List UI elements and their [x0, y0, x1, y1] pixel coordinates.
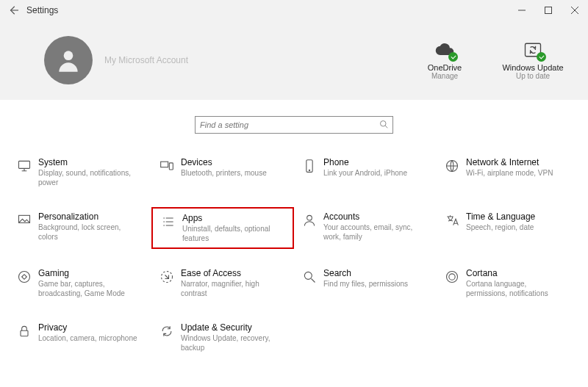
phone-icon: [300, 157, 319, 188]
tile-cortana[interactable]: CortanaCortana language, permissions, no…: [437, 264, 579, 303]
tile-gaming[interactable]: GamingGame bar, captures, broadcasting, …: [9, 264, 151, 303]
svg-point-8: [309, 170, 309, 170]
account-name: My Microsoft Account: [104, 55, 188, 65]
devices-icon: [157, 157, 176, 188]
language-icon: [442, 211, 462, 245]
tile-devices[interactable]: DevicesBluetooth, printers, mouse: [151, 153, 294, 192]
svg-rect-4: [19, 161, 30, 168]
titlebar: Settings: [0, 0, 588, 21]
search-box[interactable]: [195, 116, 393, 134]
check-badge-icon: [537, 52, 546, 62]
person-icon: [300, 211, 319, 245]
windows-update-status[interactable]: Windows Update Up to date: [492, 41, 573, 80]
back-button[interactable]: [0, 0, 26, 21]
svg-point-12: [19, 272, 30, 283]
display-icon: [15, 157, 34, 188]
svg-point-15: [447, 272, 458, 283]
search-icon: [379, 120, 388, 130]
onedrive-status[interactable]: OneDrive Manage: [404, 41, 485, 80]
ease-icon: [157, 268, 176, 299]
window-title: Settings: [26, 5, 58, 15]
tile-phone[interactable]: PhoneLink your Android, iPhone: [294, 153, 437, 192]
account-header: My Microsoft Account OneDrive Manage Win…: [0, 21, 588, 100]
search-tile-icon: [300, 268, 319, 299]
svg-point-11: [307, 215, 312, 220]
update-icon: [157, 322, 176, 353]
svg-point-3: [381, 121, 387, 127]
globe-icon: [442, 157, 462, 188]
update-sub: Up to date: [492, 72, 573, 80]
check-badge-icon: [448, 52, 458, 62]
onedrive-title: OneDrive: [404, 63, 485, 72]
onedrive-sub: Manage: [404, 72, 485, 80]
tile-network[interactable]: Network & InternetWi-Fi, airplane mode, …: [437, 153, 579, 192]
gaming-icon: [15, 268, 34, 299]
settings-grid: SystemDisplay, sound, notifications, pow…: [0, 147, 588, 358]
tile-time-language[interactable]: Time & LanguageSpeech, region, date: [437, 207, 579, 249]
tile-ease-of-access[interactable]: Ease of AccessNarrator, magnifier, high …: [151, 264, 294, 303]
tile-personalization[interactable]: PersonalizationBackground, lock screen, …: [9, 207, 151, 249]
svg-point-14: [304, 272, 312, 279]
svg-rect-0: [545, 7, 552, 14]
apps-icon: [159, 213, 178, 243]
tile-update-security[interactable]: Update & SecurityWindows Update, recover…: [151, 318, 294, 358]
search-container: [0, 116, 588, 134]
tile-accounts[interactable]: AccountsYour accounts, email, sync, work…: [294, 207, 437, 249]
cortana-icon: [442, 268, 462, 299]
paint-icon: [15, 211, 34, 245]
svg-rect-5: [161, 162, 168, 167]
svg-point-1: [64, 51, 74, 60]
update-title: Windows Update: [492, 63, 573, 72]
search-input[interactable]: [200, 120, 379, 129]
tile-search[interactable]: SearchFind my files, permissions: [294, 264, 437, 303]
svg-point-16: [449, 274, 455, 280]
close-button[interactable]: [562, 0, 588, 21]
avatar[interactable]: [44, 36, 93, 84]
tile-privacy[interactable]: PrivacyLocation, camera, microphone: [9, 318, 151, 358]
minimize-button[interactable]: [509, 0, 535, 21]
svg-rect-6: [169, 163, 173, 170]
tile-apps[interactable]: AppsUninstall, defaults, optional featur…: [151, 207, 294, 249]
lock-icon: [15, 322, 34, 353]
svg-rect-17: [21, 330, 28, 336]
maximize-button[interactable]: [535, 0, 562, 21]
tile-system[interactable]: SystemDisplay, sound, notifications, pow…: [9, 153, 151, 192]
